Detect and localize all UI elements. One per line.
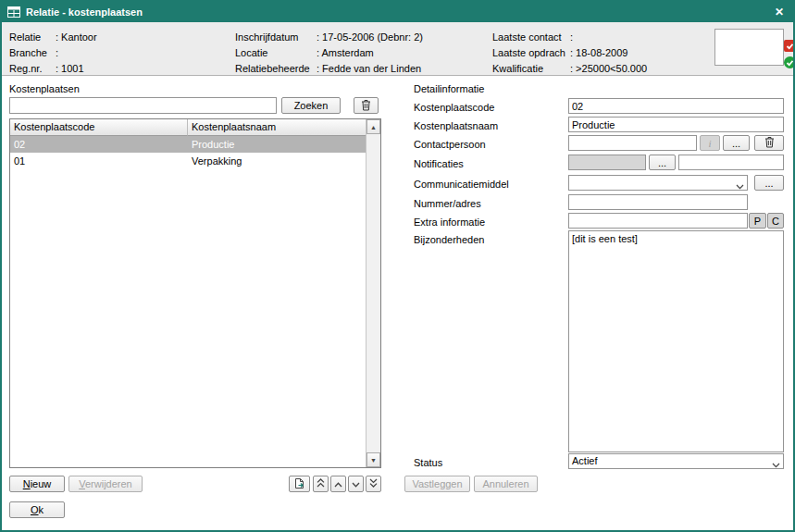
cell-name: Productie xyxy=(188,136,366,153)
contact-browse-button[interactable]: ... xyxy=(723,135,750,151)
save-button[interactable]: Vastleggen xyxy=(404,476,470,492)
communicatiemiddel-select[interactable] xyxy=(568,175,748,191)
c-button-label: C xyxy=(772,216,779,227)
header-field-value: : 1001 xyxy=(56,63,84,74)
table-row-02[interactable]: 02 Productie xyxy=(10,136,366,153)
titlebar: Relatie - kostenplaatsen ✕ xyxy=(2,2,793,22)
header-field-label: Kwalificatie xyxy=(492,63,570,75)
list-panel-title: Kostenplaatsen xyxy=(9,83,80,94)
cancel-button[interactable]: Annuleren xyxy=(474,476,538,492)
vertical-scrollbar[interactable]: ▲ ▼ xyxy=(366,119,380,467)
header-field-value: : Fedde van der Linden xyxy=(317,63,421,74)
contact-info-button[interactable]: i xyxy=(700,135,720,151)
kostenplaatsnaam-input[interactable] xyxy=(568,117,784,132)
ok-button[interactable]: Ok xyxy=(9,501,65,518)
header-field-label: Branche xyxy=(9,47,56,59)
extra-p-button[interactable]: P xyxy=(749,213,766,229)
header-field-kwalificatie: Kwalificatie: >25000<50.000 xyxy=(492,63,647,75)
info-header: Relatie: Kantoor Branche: Reg.nr.: 1001 … xyxy=(2,22,793,76)
close-button[interactable]: ✕ xyxy=(771,5,788,19)
label-kostenplaatsnaam: Kostenplaatsnaam xyxy=(414,119,498,132)
new-window-icon xyxy=(294,477,305,491)
clear-search-button[interactable] xyxy=(354,97,379,114)
label-contactpersoon: Contactpersoon xyxy=(414,138,486,151)
header-field-label: Reg.nr. xyxy=(9,63,56,75)
cell-name: Verpakking xyxy=(188,153,366,169)
header-field-value: : xyxy=(570,31,573,43)
header-field-label: Locatie xyxy=(235,47,317,59)
table-row-01[interactable]: 01 Verpakking xyxy=(10,153,366,169)
label-extra-informatie: Extra informatie xyxy=(414,216,485,229)
window-title: Relatie - kostenplaatsen xyxy=(26,6,771,18)
header-field-locatie: Locatie: Amsterdam xyxy=(235,47,374,59)
new-button[interactable]: Nieuw xyxy=(9,476,65,492)
save-button-label: Vastleggen xyxy=(412,478,462,489)
contact-delete-button[interactable] xyxy=(754,135,784,151)
column-header-kostenplaatscode[interactable]: Kostenplaatscode xyxy=(10,119,188,136)
dropdown-chevron-icon xyxy=(736,180,744,191)
ellipsis-icon: ... xyxy=(658,157,666,168)
red-check-icon xyxy=(784,40,795,52)
trash-icon xyxy=(361,99,371,113)
header-field-label: Laatste contact xyxy=(492,31,570,43)
extra-c-button[interactable]: C xyxy=(767,213,784,229)
header-field-relatie: Relatie: Kantoor xyxy=(9,31,97,43)
label-nummer-adres: Nummer/adres xyxy=(414,197,481,210)
kostenplaatsen-table: Kostenplaatscode Kostenplaatsnaam 02 Pro… xyxy=(9,118,381,468)
notificaties-input-1[interactable] xyxy=(568,155,646,170)
header-field-branche: Branche: xyxy=(9,47,58,59)
first-record-button[interactable] xyxy=(313,476,329,492)
ok-button-label: Ok xyxy=(31,504,43,515)
search-input[interactable] xyxy=(9,97,277,114)
header-field-value: : 18-08-2009 xyxy=(570,47,627,58)
column-header-kostenplaatsnaam[interactable]: Kostenplaatsnaam xyxy=(188,119,366,136)
detail-panel-title: Detailinformatie xyxy=(414,83,484,94)
bijzonderheden-textarea[interactable]: [dit is een test] xyxy=(568,230,784,452)
header-field-label: Laatste opdrach xyxy=(492,47,570,59)
dropdown-chevron-icon xyxy=(772,459,780,469)
header-field-value: : >25000<50.000 xyxy=(570,63,647,74)
previous-record-button[interactable] xyxy=(330,476,346,492)
close-icon: ✕ xyxy=(775,6,784,19)
kostenplaatscode-input[interactable] xyxy=(568,98,784,114)
header-field-laatste-opdracht: Laatste opdrach: 18-08-2009 xyxy=(492,47,627,59)
scroll-up-button[interactable]: ▲ xyxy=(366,119,380,134)
status-select[interactable]: Actief xyxy=(568,453,784,469)
header-field-label: Relatie xyxy=(9,31,56,43)
scroll-down-icon: ▼ xyxy=(370,457,377,464)
header-field-value: : xyxy=(56,47,58,58)
notificaties-input-2[interactable] xyxy=(678,155,784,170)
last-record-button[interactable] xyxy=(366,476,381,492)
header-field-label: Relatiebeheerde xyxy=(235,63,317,75)
header-field-laatste-contact: Laatste contact: xyxy=(492,31,573,43)
cell-code: 01 xyxy=(10,153,188,169)
chevron-up-icon xyxy=(334,478,342,489)
scroll-down-button[interactable]: ▼ xyxy=(366,452,380,467)
extra-informatie-input[interactable] xyxy=(568,213,748,229)
double-chevron-up-icon xyxy=(317,478,325,489)
open-record-button[interactable] xyxy=(289,476,310,492)
green-check-icon xyxy=(784,56,795,68)
ellipsis-icon: ... xyxy=(764,178,773,189)
header-field-value: : 17-05-2006 (Debnr: 2) xyxy=(317,31,423,43)
search-button-label: Zoeken xyxy=(294,100,329,111)
delete-button-label: Verwijderen xyxy=(79,478,131,489)
header-field-label: Inschrijfdatum xyxy=(235,31,317,43)
label-kostenplaatscode: Kostenplaatscode xyxy=(414,101,494,114)
nummer-adres-input[interactable] xyxy=(568,194,748,210)
scroll-up-icon: ▲ xyxy=(370,124,377,130)
notificaties-browse-button[interactable]: ... xyxy=(649,155,676,170)
communicatiemiddel-browse-button[interactable]: ... xyxy=(754,175,784,191)
new-button-label: Nieuw xyxy=(23,478,52,489)
chevron-down-icon xyxy=(352,478,360,489)
contactpersoon-input[interactable] xyxy=(568,135,697,151)
status-value: Actief xyxy=(572,455,598,466)
next-record-button[interactable] xyxy=(348,476,364,492)
delete-button[interactable]: Verwijderen xyxy=(68,476,143,492)
search-button[interactable]: Zoeken xyxy=(281,97,341,114)
photo-placeholder xyxy=(714,29,784,66)
double-chevron-down-icon xyxy=(369,478,378,489)
label-status: Status xyxy=(414,456,442,469)
header-field-relatiebeheerder: Relatiebeheerde: Fedde van der Linden xyxy=(235,63,421,75)
label-notificaties: Notificaties xyxy=(414,157,464,170)
